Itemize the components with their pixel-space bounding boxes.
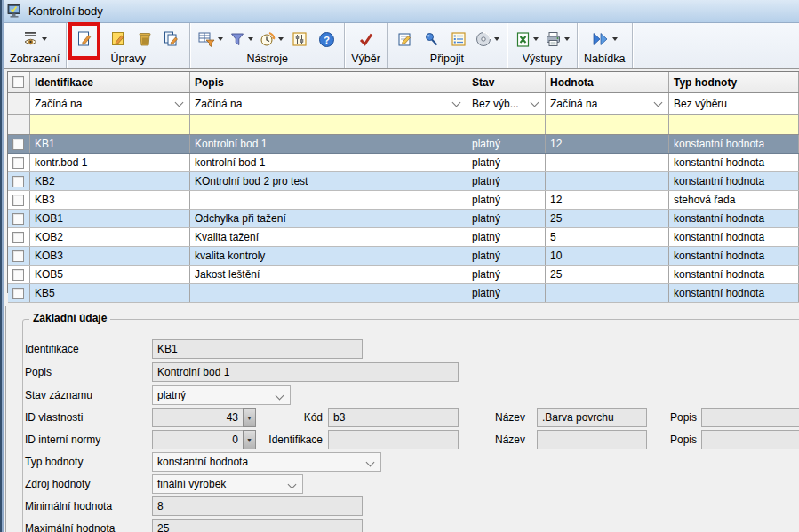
- grid-filter-row: Začíná na Začíná na Bez výb... Začíná na…: [8, 93, 799, 115]
- row-checkbox[interactable]: [12, 139, 24, 150]
- filter-combo-hodnota[interactable]: Začíná na: [546, 93, 669, 114]
- menu-button[interactable]: [590, 28, 619, 51]
- chevron-down-icon: [531, 99, 539, 107]
- filter-input-typ-hodnoty[interactable]: [669, 115, 799, 134]
- stav-zaznamu-combo[interactable]: platný: [152, 385, 291, 405]
- select-check-icon: [357, 30, 375, 48]
- norma-nazev-field[interactable]: [537, 430, 647, 449]
- refresh-clock-icon: [259, 30, 276, 48]
- excel-export-button[interactable]: [514, 28, 539, 51]
- select-button[interactable]: [355, 28, 378, 51]
- delete-record-button[interactable]: [133, 28, 156, 51]
- fieldset-legend: Základní údaje: [29, 312, 110, 324]
- column-header-typ-hodnoty[interactable]: Typ hodnoty: [669, 72, 799, 92]
- view-button[interactable]: [21, 28, 48, 51]
- filter-combo-stav[interactable]: Bez výb...: [467, 93, 546, 114]
- help-button[interactable]: ?: [315, 28, 338, 51]
- filter-combo-typ-hodnoty[interactable]: Bez výběru: [669, 93, 799, 114]
- minimalni-hodnota-field[interactable]: 8: [152, 496, 363, 516]
- grid-filter-input-row: [8, 115, 799, 135]
- copy-record-button[interactable]: [160, 28, 183, 51]
- dropdown-arrow-icon[interactable]: [612, 37, 618, 41]
- column-header-popis[interactable]: Popis: [190, 72, 467, 92]
- zdroj-hodnoty-combo[interactable]: finální výrobek: [152, 474, 303, 494]
- identifikace-field[interactable]: KB1: [152, 339, 363, 359]
- filter-input-popis[interactable]: [190, 115, 467, 134]
- filter-input-stav[interactable]: [467, 115, 546, 134]
- row-checkbox[interactable]: [12, 232, 24, 243]
- media-button[interactable]: [474, 28, 500, 51]
- norma-nazev-label: Název: [474, 431, 525, 449]
- column-header-hodnota[interactable]: Hodnota: [546, 72, 669, 92]
- table-row[interactable]: KOB1 Odchylka při tažení platný 25 konst…: [8, 210, 799, 228]
- table-row[interactable]: KOB3 kvalita kontroly platný 10 konstant…: [8, 247, 799, 266]
- vlastnost-popis-field[interactable]: [701, 408, 799, 427]
- id-vlastnosti-label: ID vlastnosti: [25, 409, 83, 426]
- column-header-identifikace[interactable]: Identifikace: [30, 72, 190, 92]
- popis-label: Popis: [25, 363, 52, 381]
- id-vlastnosti-field[interactable]: 43: [152, 408, 244, 427]
- dropdown-arrow-icon[interactable]: [533, 37, 539, 41]
- typ-hodnoty-combo[interactable]: konstantní hodnota: [152, 452, 381, 472]
- chevron-down-icon: [654, 99, 663, 107]
- typ-hodnoty-label: Typ hodnoty: [25, 453, 83, 471]
- id-interni-normy-field[interactable]: 0: [152, 430, 244, 449]
- filter-input-hodnota[interactable]: [546, 115, 669, 134]
- dropdown-arrow-icon[interactable]: [278, 37, 284, 41]
- checklist-button[interactable]: [447, 28, 470, 51]
- table-row[interactable]: KOB5 Jakost leštění platný 25 konstantní…: [8, 266, 799, 284]
- row-checkbox[interactable]: [12, 195, 24, 206]
- maximalni-hodnota-field[interactable]: 25: [152, 519, 363, 532]
- dropdown-arrow-icon[interactable]: [564, 37, 570, 41]
- dropdown-arrow-icon[interactable]: [248, 37, 253, 41]
- filter-combo-popis[interactable]: Začíná na: [190, 93, 467, 114]
- row-checkbox[interactable]: [12, 288, 24, 299]
- refresh-button[interactable]: [258, 28, 284, 51]
- id-interni-normy-lookup-button[interactable]: ▼: [243, 430, 256, 449]
- toolbar-group-vyber: Výběr: [345, 23, 388, 68]
- toolbar-group-zobrazeni: Zobrazení: [4, 23, 67, 68]
- row-checkbox[interactable]: [12, 157, 24, 169]
- norma-identifikace-field[interactable]: [328, 430, 459, 449]
- view-eye-icon: [22, 30, 40, 48]
- table-row[interactable]: KB5 platný konstantní hodnota: [8, 284, 799, 303]
- filter-funnel-icon: [228, 30, 246, 48]
- table-row[interactable]: KOB2 Kvalita tažení platný 5 konstantní …: [8, 228, 799, 247]
- popis-field[interactable]: Kontrolní bod 1: [152, 362, 459, 382]
- table-row[interactable]: KB2 KOntrolní bod 2 pro test platný kons…: [8, 172, 799, 191]
- pin-button[interactable]: [420, 28, 443, 51]
- toolbar-group-label: Zobrazení: [10, 52, 60, 67]
- row-checkbox[interactable]: [12, 213, 24, 225]
- new-record-button[interactable]: [73, 28, 96, 51]
- dropdown-arrow-icon[interactable]: [218, 37, 223, 41]
- row-checkbox[interactable]: [12, 269, 24, 281]
- table-row[interactable]: KB1 Kontrolní bod 1 platný 12 konstantní…: [8, 135, 799, 154]
- filter-button[interactable]: [228, 28, 254, 51]
- id-vlastnosti-lookup-button[interactable]: ▼: [243, 408, 256, 427]
- sort-button[interactable]: [196, 28, 224, 51]
- window-title: Kontrolní body: [28, 4, 103, 18]
- select-all-checkbox[interactable]: [12, 76, 24, 88]
- print-button[interactable]: [543, 28, 571, 51]
- window-left-border-inner: [2, 0, 4, 532]
- note-button[interactable]: [394, 28, 417, 51]
- filter-input-identifikace[interactable]: [30, 115, 190, 134]
- table-row[interactable]: KB3 platný 12 stehová řada: [8, 191, 799, 210]
- kod-field[interactable]: b3: [328, 408, 459, 427]
- row-checkbox[interactable]: [12, 250, 24, 262]
- table-row[interactable]: kontr.bod 1 kontrolní bod 1 platný konst…: [8, 154, 799, 172]
- row-checkbox[interactable]: [12, 176, 24, 187]
- toolbar-group-label: Úpravy: [110, 52, 146, 67]
- id-interni-normy-label: ID interní normy: [25, 431, 100, 449]
- toolbar-group-nabidka: Nabídka: [578, 23, 633, 68]
- edit-record-button[interactable]: [107, 28, 130, 51]
- norma-popis-field[interactable]: [701, 430, 799, 449]
- nazev-field[interactable]: .Barva povrchu: [537, 408, 647, 427]
- filter-combo-identifikace[interactable]: Začíná na: [30, 93, 190, 114]
- svg-text:?: ?: [324, 34, 330, 44]
- settings-button[interactable]: [288, 28, 311, 51]
- dropdown-arrow-icon[interactable]: [494, 37, 499, 41]
- settings-sliders-icon: [291, 30, 308, 48]
- dropdown-arrow-icon[interactable]: [42, 37, 47, 41]
- column-header-stav[interactable]: Stav: [467, 72, 546, 92]
